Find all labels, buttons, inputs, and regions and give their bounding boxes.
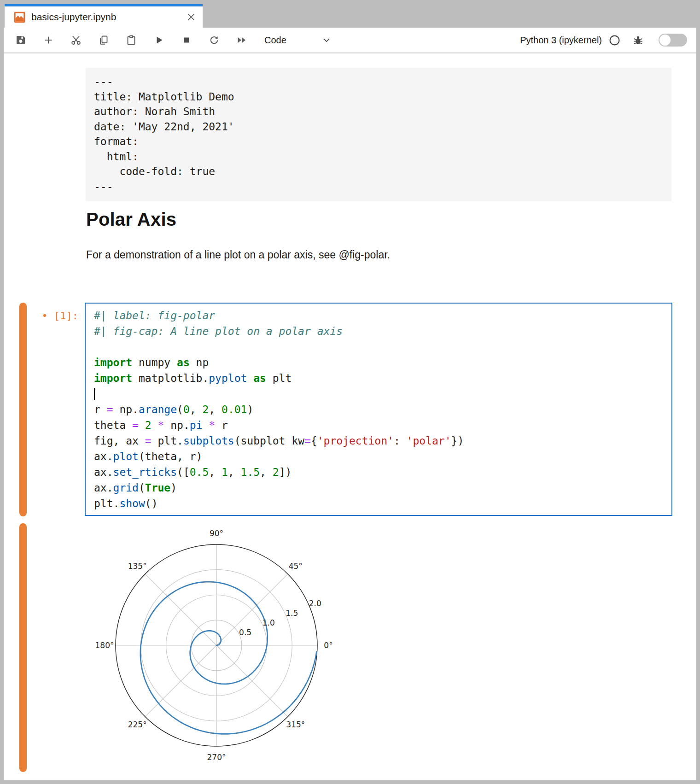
markdown-paragraph: For a demonstration of a line plot on a … [86, 248, 390, 262]
save-button[interactable] [15, 34, 27, 46]
paste-cells-icon [126, 35, 137, 46]
cell-output-collapser[interactable] [19, 523, 27, 772]
notebook-content: --- title: Matplotlib Demo author: Norah… [4, 53, 696, 780]
svg-text:315°: 315° [286, 720, 305, 729]
svg-text:0.5: 0.5 [239, 628, 251, 637]
toggle-knob [659, 35, 671, 46]
restart-kernel-icon [209, 35, 220, 46]
add-cell-icon [43, 35, 54, 46]
svg-text:2.0: 2.0 [309, 599, 321, 608]
svg-text:0°: 0° [324, 641, 332, 650]
cell-output-area: 0°45°90°135°180°225°270°315°0.51.01.52.0 [82, 521, 340, 780]
run-all-icon [236, 35, 247, 46]
kernel-idle-circle-icon[interactable] [609, 35, 620, 46]
notebook-toolbar: Code Python 3 (ipykernel) [4, 28, 696, 53]
kernel-name[interactable]: Python 3 (ipykernel) [520, 35, 602, 46]
cut-cells-button[interactable] [70, 34, 82, 46]
add-cell-button[interactable] [42, 34, 54, 46]
polar-plot: 0°45°90°135°180°225°270°315°0.51.01.52.0 [82, 521, 340, 780]
svg-text:1.5: 1.5 [286, 608, 298, 618]
notebook-icon [13, 11, 26, 23]
run-button[interactable] [153, 34, 165, 46]
code-editor[interactable]: #| label: fig-polar#| fig-cap: A line pl… [86, 304, 671, 515]
page-title: Polar Axis [86, 209, 176, 230]
restart-kernel-button[interactable] [208, 34, 220, 46]
tab-bar: basics-jupyter.ipynb [4, 4, 696, 28]
code-cell[interactable]: #| label: fig-polar#| fig-cap: A line pl… [85, 303, 672, 516]
cell-input-collapser[interactable] [19, 303, 27, 516]
svg-text:225°: 225° [128, 720, 147, 729]
stop-icon [181, 35, 192, 46]
stop-button[interactable] [181, 34, 192, 46]
tab-title: basics-jupyter.ipynb [31, 12, 186, 23]
svg-text:45°: 45° [289, 562, 303, 571]
bug-icon[interactable] [632, 35, 644, 46]
cell-type-dropdown[interactable]: Code [264, 35, 332, 46]
run-all-button[interactable] [236, 34, 248, 46]
svg-text:135°: 135° [128, 562, 147, 571]
simple-interface-toggle[interactable] [659, 34, 687, 47]
yaml-source: --- title: Matplotlib Demo author: Norah… [94, 74, 663, 194]
jupyterlab-window: basics-jupyter.ipynb [0, 0, 700, 784]
cell-type-value: Code [264, 35, 286, 46]
execution-prompt: • [1]: [8, 308, 78, 324]
svg-text:180°: 180° [95, 641, 114, 650]
save-icon [15, 35, 26, 46]
toolbar-right: Python 3 (ipykernel) [520, 34, 696, 47]
svg-text:1.0: 1.0 [262, 618, 275, 627]
svg-text:270°: 270° [207, 753, 226, 762]
cut-cells-icon [70, 35, 82, 46]
svg-text:90°: 90° [210, 529, 223, 538]
run-icon [153, 35, 164, 46]
copy-cells-button[interactable] [98, 34, 110, 46]
chevron-down-icon [321, 35, 332, 45]
paste-cells-button[interactable] [125, 34, 137, 46]
close-icon[interactable] [186, 12, 196, 22]
notebook-tab[interactable]: basics-jupyter.ipynb [5, 4, 203, 28]
yaml-raw-cell[interactable]: --- title: Matplotlib Demo author: Norah… [86, 68, 671, 201]
copy-cells-icon [98, 35, 109, 46]
